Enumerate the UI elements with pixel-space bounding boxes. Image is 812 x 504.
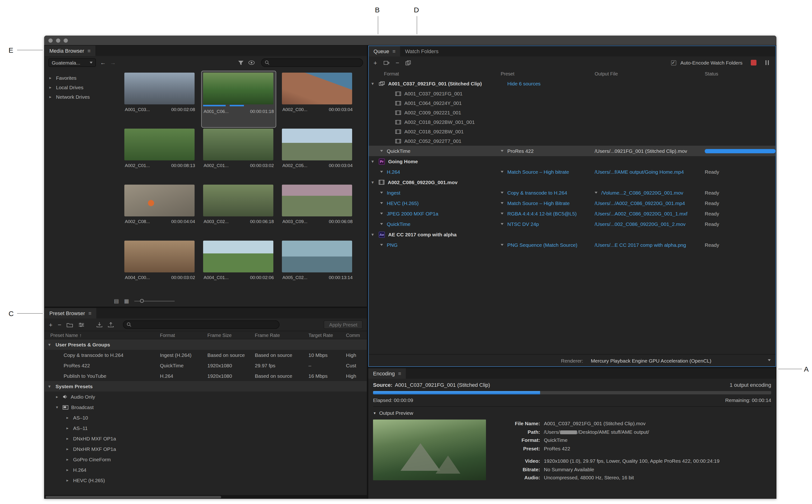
output-file-link[interactable]: /Users/...002_C086_09220G_001_2.mov bbox=[595, 221, 686, 227]
preset-dropdown-icon[interactable] bbox=[501, 192, 504, 194]
chevron-right-icon[interactable]: ▸ bbox=[56, 394, 60, 399]
panel-menu-icon[interactable]: ≡ bbox=[88, 310, 91, 316]
media-clip[interactable]: A004_C00...00:00:03:02 bbox=[123, 239, 197, 295]
list-view-icon[interactable]: ▤ bbox=[114, 298, 119, 304]
preset-dropdown-icon[interactable] bbox=[501, 171, 504, 173]
tab-encoding[interactable]: Encoding ≡ bbox=[368, 368, 406, 379]
media-search-input[interactable] bbox=[261, 58, 363, 67]
apply-preset-button[interactable]: Apply Preset bbox=[324, 320, 363, 329]
chevron-right-icon[interactable]: ▸ bbox=[66, 457, 70, 462]
preset-category-audio-only[interactable]: ▸ Audio Only bbox=[45, 392, 367, 402]
queue-job-group[interactable]: ▾ A001_C037_0921FG_001 (Stitched Clip) H… bbox=[369, 78, 775, 89]
output-row[interactable]: JPEG 2000 MXF OP1a RGBA 4:4:4:4 12-bit (… bbox=[369, 208, 775, 219]
new-group-icon[interactable] bbox=[66, 322, 73, 327]
chevron-right-icon[interactable]: ▸ bbox=[49, 75, 53, 80]
chevron-right-icon[interactable]: ▸ bbox=[66, 447, 70, 451]
output-format[interactable]: HEVC (H.265) bbox=[387, 200, 419, 206]
collapse-triangle-icon[interactable]: ▼ bbox=[373, 411, 376, 415]
add-preset-icon[interactable]: + bbox=[49, 322, 52, 328]
preset-category-child[interactable]: ▸AS–10 bbox=[45, 412, 367, 423]
preset-settings-icon[interactable] bbox=[78, 322, 84, 327]
output-file-link[interactable]: /Volume...2_C086_09220G_001.mov bbox=[601, 190, 683, 196]
output-format[interactable]: H.264 bbox=[387, 169, 400, 175]
file-type-display-icon[interactable] bbox=[248, 60, 255, 65]
preset-dropdown-icon[interactable] bbox=[501, 202, 504, 204]
output-preview-toggle[interactable]: ▼ Output Preview bbox=[373, 410, 771, 416]
preset-category-child[interactable]: ▸H.264 bbox=[45, 465, 367, 475]
media-clip-selected[interactable]: A001_C06...00:00:01:18 bbox=[202, 71, 276, 127]
format-dropdown-icon[interactable] bbox=[380, 192, 383, 194]
renderer-dropdown[interactable]: Mercury Playback Engine GPU Acceleration… bbox=[591, 358, 711, 364]
preset-dropdown-icon[interactable] bbox=[501, 213, 504, 215]
output-row[interactable]: PNG PNG Sequence (Match Source) /Users/.… bbox=[369, 240, 775, 250]
media-clip[interactable]: A005_C02...00:00:13:14 bbox=[280, 239, 355, 295]
output-preset[interactable]: NTSC DV 24p bbox=[507, 221, 539, 227]
thumbnail-view-icon[interactable]: ▦ bbox=[124, 298, 129, 304]
tab-queue[interactable]: Queue ≡ bbox=[369, 46, 400, 56]
output-format[interactable]: JPEG 2000 MXF OP1a bbox=[387, 211, 438, 216]
chevron-right-icon[interactable]: ▸ bbox=[66, 426, 70, 430]
tree-item-local-drives[interactable]: ▸ Local Drives bbox=[45, 83, 123, 92]
add-output-icon[interactable] bbox=[383, 60, 389, 65]
output-format[interactable]: QuickTime bbox=[387, 221, 411, 227]
output-preset[interactable]: Match Source – High Bitrate bbox=[507, 200, 570, 206]
back-icon[interactable]: ← bbox=[100, 59, 106, 66]
media-clip[interactable]: A001_C03...00:00:02:08 bbox=[123, 71, 197, 127]
output-row[interactable]: Ingest Copy & transcode to H.264 /Volume… bbox=[369, 187, 775, 198]
duplicate-icon[interactable] bbox=[405, 60, 411, 65]
preset-group-user[interactable]: ▾ User Presets & Groups bbox=[45, 339, 367, 350]
source-row[interactable]: A002_C052_0922T7_001 bbox=[369, 136, 775, 146]
output-preset[interactable]: Match Source – High bitrate bbox=[507, 169, 569, 175]
import-preset-icon[interactable] bbox=[96, 322, 103, 327]
output-row[interactable]: H.264 Match Source – High bitrate /Users… bbox=[369, 167, 775, 177]
preset-category-child[interactable]: ▸AS–11 bbox=[45, 423, 367, 433]
output-row-encoding[interactable]: QuickTime ProRes 422 /Users/...0921FG_00… bbox=[369, 146, 775, 156]
chevron-down-icon[interactable] bbox=[768, 359, 771, 361]
format-dropdown-icon[interactable] bbox=[380, 244, 383, 246]
preset-dropdown-icon[interactable] bbox=[501, 150, 504, 152]
format-dropdown-icon[interactable] bbox=[380, 150, 383, 152]
chevron-right-icon[interactable]: ▸ bbox=[49, 85, 53, 90]
horizontal-scrollbar[interactable] bbox=[45, 495, 367, 499]
chevron-down-icon[interactable]: ▾ bbox=[372, 180, 375, 185]
remove-icon[interactable]: − bbox=[396, 60, 399, 66]
scrollbar-thumb[interactable] bbox=[46, 496, 221, 498]
chevron-down-icon[interactable]: ▾ bbox=[372, 81, 375, 86]
export-preset-icon[interactable] bbox=[108, 322, 114, 327]
output-row[interactable]: QuickTime NTSC DV 24p /Users/...002_C086… bbox=[369, 219, 775, 229]
output-format[interactable]: QuickTime bbox=[387, 148, 411, 154]
output-preset[interactable]: PNG Sequence (Match Source) bbox=[507, 242, 577, 248]
queue-job-group[interactable]: ▾ Ae AE CC 2017 comp with alpha bbox=[369, 229, 775, 240]
format-dropdown-icon[interactable] bbox=[380, 202, 383, 204]
chevron-down-icon[interactable]: ▾ bbox=[48, 384, 52, 389]
tab-watch-folders[interactable]: Watch Folders bbox=[400, 46, 443, 56]
hide-sources-link[interactable]: Hide 6 sources bbox=[507, 81, 541, 86]
media-clip[interactable]: A002_C01...00:00:08:13 bbox=[123, 127, 197, 183]
source-row[interactable]: A001_C037_0921FG_001 bbox=[369, 89, 775, 98]
output-format[interactable]: PNG bbox=[387, 242, 398, 248]
preset-category-child[interactable]: ▸HEVC (H.265) bbox=[45, 475, 367, 485]
chevron-down-icon[interactable]: ▾ bbox=[372, 159, 375, 164]
format-dropdown-icon[interactable] bbox=[380, 171, 383, 173]
preset-category-broadcast[interactable]: ▾ Broadcast bbox=[45, 402, 367, 412]
close-window-icon[interactable] bbox=[48, 38, 53, 42]
tab-media-browser[interactable]: Media Browser ≡ bbox=[45, 46, 95, 56]
media-clip[interactable]: A002_C01...00:00:03:02 bbox=[202, 127, 276, 183]
chevron-right-icon[interactable]: ▸ bbox=[66, 467, 70, 472]
output-format[interactable]: Ingest bbox=[387, 190, 400, 196]
chevron-right-icon[interactable]: ▸ bbox=[66, 436, 70, 441]
add-source-icon[interactable]: + bbox=[373, 60, 377, 66]
source-row[interactable]: A002_C018_0922BW_001_001 bbox=[369, 117, 775, 127]
format-dropdown-icon[interactable] bbox=[380, 213, 383, 215]
thumbnail-size-slider[interactable] bbox=[134, 301, 175, 301]
output-dropdown-icon[interactable] bbox=[595, 192, 597, 194]
location-dropdown[interactable]: Guatemala... bbox=[48, 58, 96, 67]
chevron-right-icon[interactable]: ▸ bbox=[49, 94, 53, 99]
filter-icon[interactable] bbox=[238, 60, 244, 65]
chevron-right-icon[interactable]: ▸ bbox=[66, 478, 70, 483]
format-dropdown-icon[interactable] bbox=[380, 223, 383, 225]
preset-dropdown-icon[interactable] bbox=[501, 223, 504, 225]
preset-row[interactable]: Publish to YouTube H.264 1920x1080 Based… bbox=[45, 371, 367, 381]
slider-knob-icon[interactable] bbox=[140, 299, 144, 303]
output-preset[interactable]: Copy & transcode to H.264 bbox=[507, 190, 567, 196]
